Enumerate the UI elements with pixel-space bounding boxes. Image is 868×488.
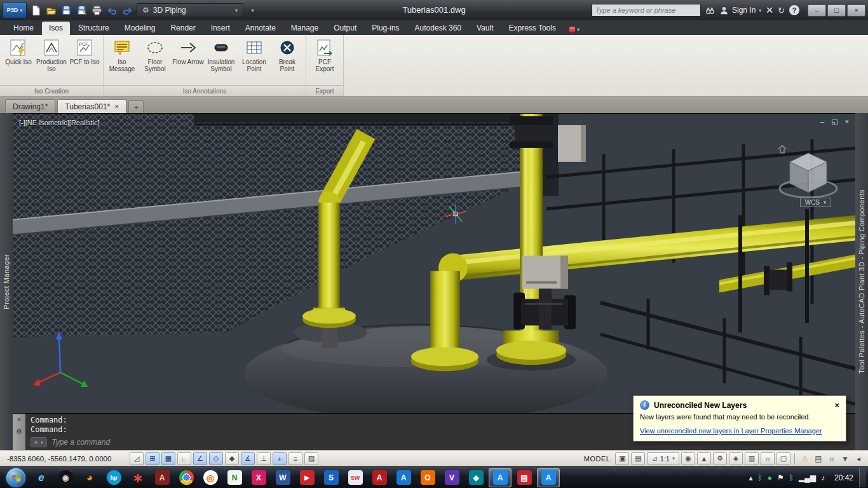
- sync-icon[interactable]: ↻: [778, 6, 785, 15]
- snap-mode-toggle[interactable]: ⊞: [146, 452, 159, 465]
- floor-symbol-button[interactable]: Floor Symbol: [139, 36, 172, 84]
- plot-status-icon[interactable]: ▤: [812, 452, 825, 465]
- ribbon-tab-express-tools[interactable]: Express Tools: [501, 22, 562, 35]
- acrobat-taskbar-button[interactable]: A: [368, 468, 391, 487]
- annotation-autoscale-button[interactable]: ▲: [697, 452, 711, 465]
- xref-status-icon[interactable]: ▼: [839, 452, 851, 465]
- drawing-canvas[interactable]: [13, 114, 855, 413]
- clean-screen-button[interactable]: ▢: [776, 452, 790, 465]
- notification-close-icon[interactable]: ×: [834, 400, 839, 410]
- application-menu-button[interactable]: P3D ▾: [3, 2, 27, 18]
- pcf-export-button[interactable]: PCF Export: [308, 36, 341, 84]
- help-icon[interactable]: ?: [789, 5, 799, 15]
- infer-constraints-toggle[interactable]: ◿: [130, 452, 144, 465]
- annotation-scale-button[interactable]: ⊿ 1:1 ▾: [647, 452, 679, 465]
- document-tab-drawing1[interactable]: Drawing1*: [5, 99, 55, 113]
- ortho-mode-toggle[interactable]: ∟: [177, 452, 191, 465]
- command-prompt-icon[interactable]: >▾: [31, 437, 47, 447]
- ribbon-tab-annotate[interactable]: Annotate: [238, 22, 283, 35]
- redo-button[interactable]: [120, 3, 135, 18]
- model-space-label[interactable]: MODEL: [584, 455, 611, 463]
- viewport-restore-icon[interactable]: ◱: [831, 118, 837, 126]
- dynamic-input-toggle[interactable]: +: [273, 452, 287, 465]
- blue-a-app-taskbar-button[interactable]: A: [392, 468, 415, 487]
- plot-button[interactable]: [90, 3, 104, 18]
- new-file-button[interactable]: [29, 3, 43, 18]
- isolate-objects-button[interactable]: ☼: [761, 452, 775, 465]
- viewport-controls-label[interactable]: [-][NE Isometric][Realistic]: [19, 119, 100, 126]
- viewport-close-icon[interactable]: ×: [845, 118, 849, 126]
- workspace-switcher[interactable]: ⚙ 3D Piping ▾: [137, 3, 243, 17]
- search-input[interactable]: [595, 6, 697, 14]
- solidworks-taskbar-button[interactable]: SW: [344, 468, 367, 487]
- object-snap-toggle[interactable]: ◇: [209, 452, 223, 465]
- 3d-object-snap-toggle[interactable]: ◆: [225, 452, 239, 465]
- red-media-app-taskbar-button[interactable]: ▶: [295, 468, 318, 487]
- search-icon[interactable]: [705, 6, 715, 15]
- ribbon-tab-plug-ins[interactable]: Plug-ins: [365, 22, 406, 35]
- teal-app-taskbar-button[interactable]: ◈: [465, 468, 487, 487]
- start-button[interactable]: [6, 468, 25, 487]
- bluetooth-icon[interactable]: ᛒ: [758, 473, 763, 482]
- internet-explorer-taskbar-button[interactable]: e: [30, 468, 53, 487]
- command-close-icon[interactable]: ×: [17, 416, 21, 423]
- hidden-icons-icon[interactable]: ▴: [749, 473, 753, 482]
- project-manager-palette-strip[interactable]: Project Manager: [0, 113, 13, 450]
- ribbon-tab-autodesk-360[interactable]: Autodesk 360: [408, 22, 468, 35]
- notification-link[interactable]: View unreconciled new layers in Layer Pr…: [640, 427, 822, 435]
- pink-x-app-taskbar-button[interactable]: X: [247, 468, 270, 487]
- save-button[interactable]: [59, 3, 74, 18]
- network-icon[interactable]: ▂▄▆: [799, 473, 816, 482]
- blue-s-app-taskbar-button[interactable]: S: [320, 468, 342, 487]
- pcf-to-iso-button[interactable]: PCFPCF to Iso: [68, 36, 101, 84]
- media-player-taskbar-button[interactable]: ◉: [54, 468, 77, 487]
- tray-collapse-icon[interactable]: ◂: [852, 452, 865, 465]
- volume-icon[interactable]: ♪: [821, 473, 825, 482]
- red-star-app-taskbar-button[interactable]: ∗: [126, 468, 149, 487]
- taskbar-clock[interactable]: 20:42: [829, 473, 859, 482]
- workspace-switching-button[interactable]: ⚙: [713, 452, 727, 465]
- orange-ring-app-taskbar-button[interactable]: ◎: [199, 468, 222, 487]
- ribbon-tab-home[interactable]: Home: [6, 22, 41, 35]
- quick-view-layouts-button[interactable]: ▤: [631, 452, 645, 465]
- notepad-plus-taskbar-button[interactable]: N: [223, 468, 246, 487]
- unreconciled-layers-icon[interactable]: ⚠: [799, 452, 811, 465]
- open-file-button[interactable]: [44, 3, 58, 18]
- ribbon-tab-render[interactable]: Render: [163, 22, 202, 35]
- autocad-plant3d-taskbar-button[interactable]: A: [489, 468, 512, 487]
- firefox-taskbar-button[interactable]: ◕: [78, 468, 101, 487]
- new-tab-button[interactable]: +: [128, 100, 144, 113]
- viewport-minimize-icon[interactable]: –: [820, 118, 824, 126]
- viewport[interactable]: [-][NE Isometric][Realistic] – ◱ × WCS ▾: [13, 113, 855, 413]
- autocad-plant3d-2-taskbar-button[interactable]: A: [537, 468, 560, 487]
- transparency-toggle[interactable]: ▨: [304, 452, 318, 465]
- iso-message-button[interactable]: Iso Message: [105, 36, 139, 84]
- dynamic-ucs-toggle[interactable]: ⊥: [257, 452, 271, 465]
- hp-tool-taskbar-button[interactable]: hp: [102, 468, 125, 487]
- bluetooth-2-icon[interactable]: ᛒ: [789, 473, 794, 482]
- show-desktop-button[interactable]: [859, 468, 866, 487]
- orange-o-app-taskbar-button[interactable]: O: [416, 468, 439, 487]
- insulation-symbol-button[interactable]: Insulation Symbol: [205, 36, 238, 84]
- quick-iso-button[interactable]: Quick Iso: [2, 36, 35, 84]
- action-center-icon[interactable]: ⚑: [777, 473, 784, 482]
- close-button[interactable]: ×: [847, 4, 865, 17]
- undo-button[interactable]: [105, 3, 119, 18]
- ribbon-tab-modeling[interactable]: Modeling: [118, 22, 163, 35]
- word-taskbar-button[interactable]: W: [271, 468, 294, 487]
- ribbon-tab-structure[interactable]: Structure: [71, 22, 116, 35]
- tool-palettes-strip[interactable]: Tool Palettes - AutoCAD Plant 3D - Pipin…: [855, 113, 868, 450]
- location-point-button[interactable]: Location Point: [238, 36, 271, 84]
- ribbon-tab-manage[interactable]: Manage: [284, 22, 325, 35]
- flow-arrow-button[interactable]: Flow Arrow: [172, 36, 205, 84]
- maximize-button[interactable]: □: [827, 4, 846, 17]
- annotation-visibility-button[interactable]: ◉: [681, 452, 695, 465]
- model-space-toggle-button[interactable]: ▣: [615, 452, 629, 465]
- autoload-status-icon[interactable]: ☼: [825, 452, 838, 465]
- document-tab-tuberias001[interactable]: Tuberias001*×: [57, 99, 126, 113]
- minimize-button[interactable]: –: [808, 4, 826, 17]
- maroon-a-app-taskbar-button[interactable]: A: [151, 468, 173, 487]
- green-status-icon[interactable]: ●: [768, 473, 772, 482]
- ribbon-tab-insert[interactable]: Insert: [204, 22, 237, 35]
- pdf-reader-taskbar-button[interactable]: ▤: [513, 468, 536, 487]
